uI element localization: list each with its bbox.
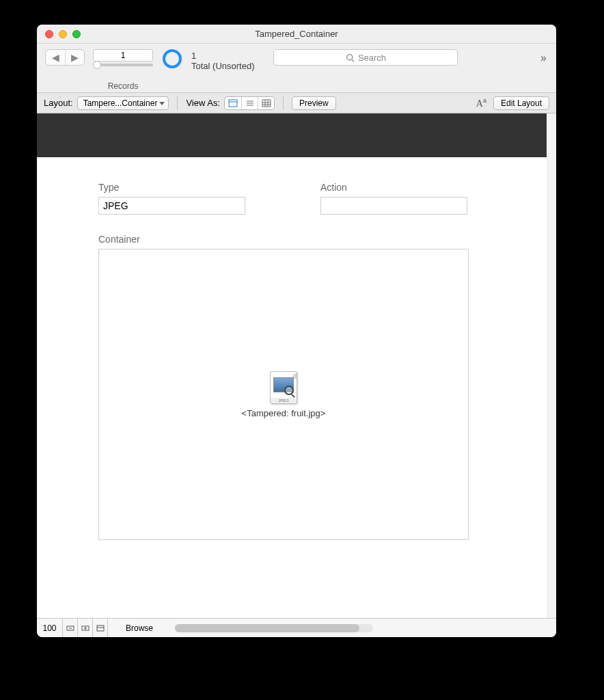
form-view-icon	[228, 99, 238, 107]
zoom-level[interactable]: 100	[37, 619, 63, 637]
search-input[interactable]: Search	[273, 49, 458, 66]
list-view-icon	[245, 99, 255, 107]
layout-dropdown[interactable]: Tampere...Container	[77, 96, 169, 110]
layout-selected-text: Tampere...Container	[83, 98, 158, 108]
magnifier-icon	[284, 386, 294, 395]
jpeg-file-icon: JPEG	[270, 371, 297, 404]
type-input[interactable]	[98, 197, 245, 215]
records-label: Records	[108, 81, 139, 91]
zoom-in-button[interactable]	[78, 619, 93, 637]
content-area: Type Action Container JPEG	[37, 113, 556, 618]
edit-layout-label: Edit Layout	[501, 98, 542, 108]
table-view-button[interactable]	[258, 97, 274, 109]
search-placeholder: Search	[358, 53, 386, 63]
action-input[interactable]	[320, 197, 467, 215]
container-label: Container	[98, 234, 485, 245]
divider	[283, 96, 284, 110]
layout-page: Type Action Container JPEG	[37, 113, 556, 618]
edit-layout-button[interactable]: Edit Layout	[493, 96, 549, 110]
type-field-group: Type	[98, 182, 245, 215]
found-set-pie-icon[interactable]	[163, 49, 182, 68]
record-slider-group: 1 Records	[93, 49, 153, 91]
view-as-buttons	[224, 96, 275, 110]
app-window: Tampered_Container ◀ ▶ 1 Records 1 Total…	[37, 25, 556, 637]
panel-icon	[96, 625, 105, 632]
svg-rect-2	[229, 100, 237, 107]
layout-bar: Layout: Tampere...Container View As: Pre…	[37, 93, 556, 113]
layout-header-band	[37, 113, 547, 157]
divider	[177, 96, 178, 110]
form-view-button[interactable]	[225, 97, 241, 109]
svg-point-0	[347, 54, 353, 59]
record-nav-group: ◀ ▶	[45, 49, 85, 66]
current-record-field[interactable]: 1	[93, 49, 153, 62]
prev-record-button[interactable]: ◀	[46, 50, 65, 65]
container-field-group: Container JPEG <Tampered: fruit.jpg>	[98, 234, 485, 540]
zoom-out-icon	[66, 625, 74, 632]
status-buttons	[63, 619, 108, 637]
container-field[interactable]: JPEG <Tampered: fruit.jpg>	[98, 249, 469, 540]
record-slider[interactable]	[93, 64, 153, 66]
preview-label: Preview	[299, 98, 329, 108]
layout-label: Layout:	[44, 98, 73, 108]
toolbar-overflow-button[interactable]: »	[540, 52, 548, 64]
main-toolbar: ◀ ▶ 1 Records 1 Total (Unsorted) Search …	[37, 44, 556, 93]
tampered-message: <Tampered: fruit.jpg>	[242, 408, 326, 418]
type-label: Type	[98, 182, 245, 193]
horizontal-scrollbar[interactable]	[175, 624, 373, 632]
preview-button[interactable]: Preview	[292, 96, 336, 110]
search-area: Search	[273, 49, 535, 66]
svg-line-1	[352, 59, 354, 61]
formatting-bar-toggle[interactable]: Aa	[476, 97, 486, 109]
table-view-icon	[262, 99, 271, 107]
view-as-label: View As:	[186, 98, 220, 108]
zoom-out-button[interactable]	[63, 619, 78, 637]
zoom-in-icon	[81, 625, 90, 632]
window-title: Tampered_Container	[37, 29, 556, 39]
file-type-badge: JPEG	[271, 398, 297, 403]
svg-rect-17	[97, 625, 104, 631]
form-body: Type Action Container JPEG	[37, 157, 547, 565]
titlebar: Tampered_Container	[37, 25, 556, 44]
record-count-block: 1 Total (Unsorted)	[191, 51, 254, 71]
total-count: 1	[191, 51, 254, 61]
mode-label[interactable]: Browse	[108, 623, 171, 633]
next-record-button[interactable]: ▶	[65, 50, 84, 65]
search-icon	[346, 53, 355, 62]
view-as-group: View As:	[186, 96, 275, 110]
action-label: Action	[320, 182, 467, 193]
list-view-button[interactable]	[241, 97, 258, 109]
status-bar: 100 Browse	[37, 618, 556, 637]
action-field-group: Action	[320, 182, 467, 215]
total-label: Total (Unsorted)	[191, 61, 254, 71]
record-slider-knob[interactable]	[93, 61, 101, 69]
svg-rect-7	[262, 100, 271, 107]
status-toggle-button[interactable]	[93, 619, 108, 637]
